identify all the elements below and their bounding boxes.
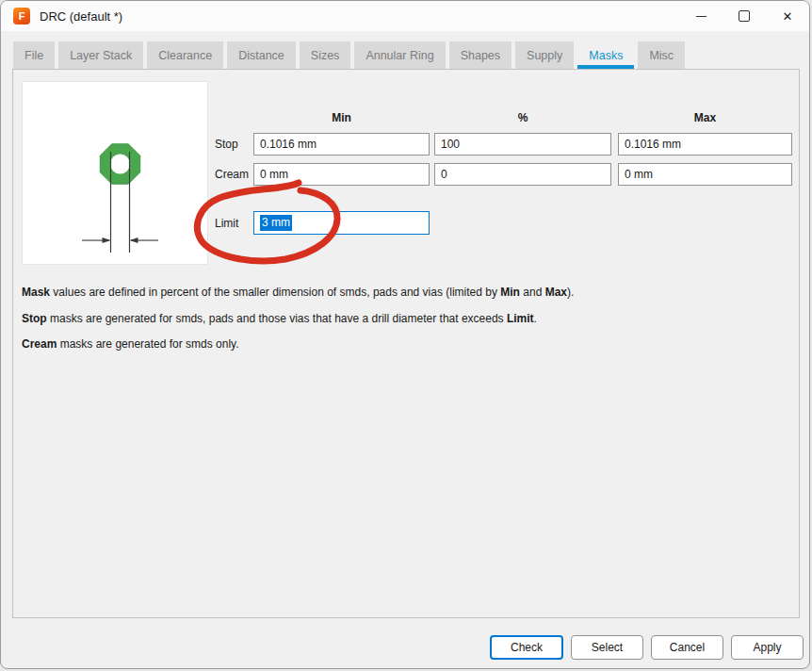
stop-description-line: Stop masks are generated for smds, pads … bbox=[22, 312, 787, 325]
tab-distance[interactable]: Distance bbox=[227, 41, 296, 69]
tab-layer-stack[interactable]: Layer Stack bbox=[58, 41, 143, 69]
tab-file[interactable]: File bbox=[13, 41, 55, 69]
close-button[interactable]: ✕ bbox=[766, 1, 809, 31]
tab-clearance[interactable]: Clearance bbox=[147, 41, 223, 69]
check-button[interactable]: Check bbox=[490, 635, 563, 660]
limit-row-label: Limit bbox=[215, 211, 238, 235]
via-drawing-icon bbox=[23, 82, 207, 264]
tab-annular-ring[interactable]: Annular Ring bbox=[354, 41, 445, 69]
column-header-min: Min bbox=[253, 111, 430, 126]
cream-max-input[interactable] bbox=[618, 163, 792, 186]
fusion-app-icon: F bbox=[13, 8, 30, 25]
drc-dialog: F DRC (default *) ✕ File Layer Stack Cle… bbox=[0, 0, 810, 669]
tab-sizes[interactable]: Sizes bbox=[300, 41, 351, 69]
column-header-percent: % bbox=[434, 111, 611, 126]
cream-row-label: Cream bbox=[215, 163, 249, 186]
stop-max-input[interactable] bbox=[618, 133, 792, 155]
column-header-max: Max bbox=[618, 111, 792, 126]
window-controls: ✕ bbox=[679, 1, 809, 31]
minimize-button[interactable] bbox=[679, 1, 723, 31]
maximize-icon bbox=[739, 10, 750, 22]
stop-min-input[interactable] bbox=[253, 133, 430, 155]
stop-percent-input[interactable] bbox=[434, 133, 611, 155]
cream-min-input[interactable] bbox=[253, 163, 430, 186]
cream-percent-input[interactable] bbox=[434, 163, 611, 186]
minimize-icon bbox=[696, 16, 706, 17]
cancel-button[interactable]: Cancel bbox=[651, 635, 723, 660]
window-title: DRC (default *) bbox=[40, 9, 122, 24]
via-mask-diagram bbox=[22, 81, 208, 265]
limit-selected-value: 3 mm bbox=[260, 215, 292, 231]
limit-input[interactable]: 3 mm bbox=[253, 211, 430, 235]
tab-supply[interactable]: Supply bbox=[515, 41, 574, 69]
tab-bar: File Layer Stack Clearance Distance Size… bbox=[13, 41, 685, 69]
stop-row-label: Stop bbox=[215, 133, 238, 155]
tab-masks[interactable]: Masks bbox=[577, 41, 634, 69]
maximize-button[interactable] bbox=[723, 1, 766, 31]
close-icon: ✕ bbox=[783, 9, 793, 24]
tab-shapes[interactable]: Shapes bbox=[449, 41, 512, 69]
title-bar: F DRC (default *) ✕ bbox=[1, 1, 809, 31]
apply-button[interactable]: Apply bbox=[731, 635, 804, 660]
select-button[interactable]: Select bbox=[571, 635, 643, 660]
cream-description-line: Cream masks are generated for smds only. bbox=[22, 337, 787, 351]
mask-description-line: Mask values are defined in percent of th… bbox=[22, 286, 787, 299]
tab-misc[interactable]: Misc bbox=[638, 41, 685, 69]
